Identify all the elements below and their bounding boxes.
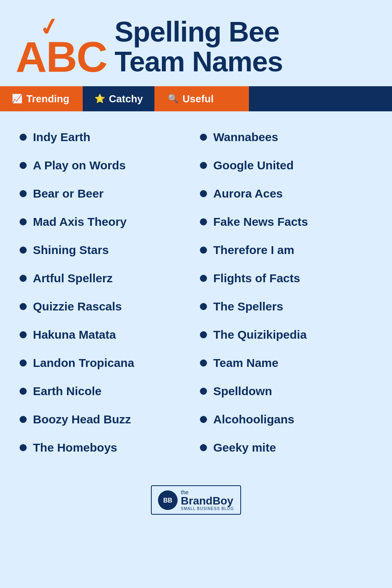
bullet-icon bbox=[20, 162, 27, 169]
bullet-icon bbox=[20, 134, 27, 141]
content-area: Indy Earth A Play on Words Bear or Beer … bbox=[0, 111, 392, 477]
item-text: The Spellers bbox=[213, 299, 283, 314]
item-text: Geeky mite bbox=[213, 441, 276, 455]
item-text: Wannabees bbox=[213, 130, 278, 144]
bullet-icon bbox=[200, 303, 207, 310]
list-item: A Play on Words bbox=[16, 151, 196, 180]
bullet-icon bbox=[200, 190, 207, 197]
bullet-icon bbox=[20, 388, 27, 395]
item-text: Landon Tropicana bbox=[33, 356, 134, 370]
left-column: Indy Earth A Play on Words Bear or Beer … bbox=[16, 123, 196, 462]
list-item: Hakuna Matata bbox=[16, 321, 196, 349]
bullet-icon bbox=[200, 359, 207, 367]
list-item: Earth Nicole bbox=[16, 377, 196, 405]
list-item: Boozy Head Buzz bbox=[16, 405, 196, 434]
item-text: Hakuna Matata bbox=[33, 328, 116, 342]
item-text: Artful Spellerz bbox=[33, 271, 113, 285]
list-item: The Homeboys bbox=[16, 434, 196, 462]
list-item: Google United bbox=[196, 151, 376, 180]
tabs-bar: 📈 Trending ⭐ Catchy 🔍 Useful bbox=[0, 86, 392, 111]
list-item: The Spellers bbox=[196, 292, 376, 321]
list-item: Mad Axis Theory bbox=[16, 208, 196, 236]
tab-catchy-label: Catchy bbox=[109, 93, 143, 105]
bullet-icon bbox=[200, 247, 207, 254]
orange-accent-block bbox=[225, 86, 249, 111]
bullet-icon bbox=[20, 444, 27, 451]
tab-catchy[interactable]: ⭐ Catchy bbox=[83, 86, 155, 111]
catchy-icon: ⭐ bbox=[94, 94, 105, 104]
trending-icon: 📈 bbox=[12, 94, 22, 104]
checkmark-icon: ✓ bbox=[37, 14, 61, 41]
item-text: Aurora Aces bbox=[213, 187, 283, 201]
brand-text: the BrandBoy SMALL BUSINESS BLOG bbox=[181, 489, 234, 511]
list-item: Spelldown bbox=[196, 377, 376, 405]
bullet-icon bbox=[200, 162, 207, 169]
bullet-icon bbox=[20, 218, 27, 225]
footer: BB the BrandBoy SMALL BUSINESS BLOG bbox=[0, 477, 392, 526]
item-text: Shining Stars bbox=[33, 243, 109, 257]
tab-useful-label: Useful bbox=[182, 93, 213, 105]
item-text: Fake News Facts bbox=[213, 215, 308, 229]
item-text: The Quizikipedia bbox=[213, 328, 307, 342]
item-text: Team Name bbox=[213, 356, 278, 370]
list-item: Shining Stars bbox=[16, 236, 196, 264]
tab-useful[interactable]: 🔍 Useful bbox=[156, 86, 225, 111]
brand-logo: BB the BrandBoy SMALL BUSINESS BLOG bbox=[151, 485, 241, 515]
right-column: Wannabees Google United Aurora Aces Fake… bbox=[196, 123, 376, 462]
item-text: Boozy Head Buzz bbox=[33, 412, 131, 426]
bullet-icon bbox=[200, 275, 207, 282]
item-text: The Homeboys bbox=[33, 441, 117, 455]
list-item: Geeky mite bbox=[196, 434, 376, 462]
page-title-line2: Team Names bbox=[114, 47, 283, 77]
bullet-icon bbox=[200, 444, 207, 451]
bullet-icon bbox=[20, 247, 27, 254]
list-item: Team Name bbox=[196, 349, 376, 377]
list-item: Quizzie Rascals bbox=[16, 292, 196, 321]
tab-trending[interactable]: 📈 Trending bbox=[0, 86, 81, 111]
item-text: Google United bbox=[213, 158, 294, 172]
item-text: Quizzie Rascals bbox=[33, 299, 122, 314]
bullet-icon bbox=[20, 190, 27, 197]
bullet-icon bbox=[200, 416, 207, 423]
bullet-icon bbox=[200, 331, 207, 338]
item-text: A Play on Words bbox=[33, 158, 126, 172]
bullet-icon bbox=[20, 331, 27, 338]
tab-trending-label: Trending bbox=[26, 93, 69, 105]
item-text: Therefore I am bbox=[213, 243, 294, 257]
list-item: Wannabees bbox=[196, 123, 376, 151]
list-item: Fake News Facts bbox=[196, 208, 376, 236]
list-item: Aurora Aces bbox=[196, 180, 376, 208]
bullet-icon bbox=[20, 359, 27, 367]
list-item: Bear or Beer bbox=[16, 180, 196, 208]
bullet-icon bbox=[200, 218, 207, 225]
svg-text:BB: BB bbox=[163, 497, 172, 504]
bullet-icon bbox=[200, 388, 207, 395]
abc-text: ABC bbox=[16, 35, 107, 78]
bullet-icon bbox=[20, 303, 27, 310]
item-text: Indy Earth bbox=[33, 130, 91, 144]
abc-block: ✓ ABC bbox=[16, 16, 107, 78]
brand-name: BrandBoy bbox=[181, 495, 233, 506]
item-text: Bear or Beer bbox=[33, 187, 103, 201]
item-text: Mad Axis Theory bbox=[33, 215, 127, 229]
item-text: Spelldown bbox=[213, 384, 272, 398]
useful-icon: 🔍 bbox=[168, 94, 178, 104]
item-text: Earth Nicole bbox=[33, 384, 102, 398]
list-item: Alcohooligans bbox=[196, 405, 376, 434]
list-item: The Quizikipedia bbox=[196, 321, 376, 349]
list-item: Flights of Facts bbox=[196, 264, 376, 292]
bullet-icon bbox=[20, 416, 27, 423]
list-item: Artful Spellerz bbox=[16, 264, 196, 292]
brand-sub: SMALL BUSINESS BLOG bbox=[181, 506, 234, 511]
bullet-icon bbox=[200, 134, 207, 141]
list-item: Therefore I am bbox=[196, 236, 376, 264]
title-block: Spelling Bee Team Names bbox=[114, 17, 283, 76]
list-item: Landon Tropicana bbox=[16, 349, 196, 377]
item-text: Alcohooligans bbox=[213, 412, 294, 426]
bullet-icon bbox=[20, 275, 27, 282]
list-item: Indy Earth bbox=[16, 123, 196, 151]
item-text: Flights of Facts bbox=[213, 271, 300, 285]
header: ✓ ABC Spelling Bee Team Names bbox=[0, 0, 392, 86]
page-title-line1: Spelling Bee bbox=[114, 17, 283, 47]
brand-icon: BB bbox=[158, 490, 178, 510]
